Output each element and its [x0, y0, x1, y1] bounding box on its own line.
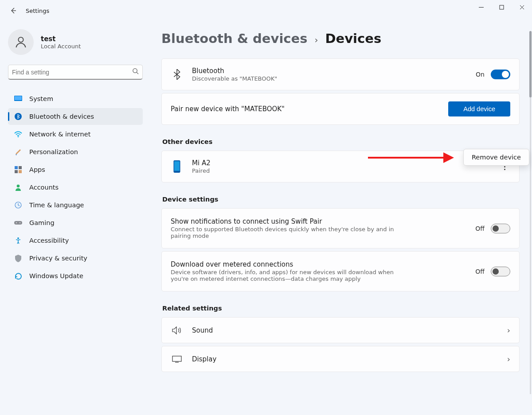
svg-rect-13 — [14, 221, 22, 225]
svg-point-14 — [16, 222, 17, 223]
display-icon — [171, 356, 183, 363]
nav-time-language[interactable]: Time & language — [8, 197, 143, 213]
card-subtitle: Discoverable as "MATEBOOK" — [192, 75, 431, 82]
minimize-icon — [479, 5, 484, 10]
related-sound[interactable]: Sound › — [161, 317, 520, 343]
gamepad-icon — [14, 219, 22, 227]
nav-system[interactable]: System — [8, 90, 143, 107]
shield-icon — [14, 254, 22, 262]
nav-label: Bluetooth & devices — [29, 113, 94, 120]
nav-gaming[interactable]: Gaming — [8, 214, 143, 231]
clock-globe-icon — [14, 201, 22, 209]
nav-label: Time & language — [29, 202, 84, 209]
popup-label: Remove device — [472, 154, 521, 161]
search-input-container[interactable] — [8, 65, 143, 80]
nav-apps[interactable]: Apps — [8, 161, 143, 178]
breadcrumb-current: Devices — [325, 31, 381, 46]
nav-label: Network & internet — [29, 131, 90, 138]
bluetooth-toggle-card: Bluetooth Discoverable as "MATEBOOK" On — [161, 58, 520, 90]
svg-rect-7 — [15, 166, 18, 169]
metered-download-card: Download over metered connections Device… — [161, 251, 520, 291]
toggle-state-label: On — [476, 71, 485, 78]
svg-point-6 — [18, 136, 19, 137]
user-account-type: Local Account — [41, 43, 81, 50]
user-profile[interactable]: test Local Account — [8, 29, 143, 55]
chevron-right-icon: › — [314, 35, 318, 45]
bluetooth-toggle[interactable] — [491, 70, 510, 79]
wifi-icon — [14, 130, 22, 138]
nav-label: Accounts — [29, 184, 59, 191]
maximize-icon — [499, 5, 504, 10]
section-device-settings: Device settings — [162, 196, 520, 203]
maximize-button[interactable] — [491, 0, 512, 14]
accessibility-icon — [14, 237, 22, 244]
toggle-state-label: Off — [475, 225, 485, 232]
annotation-arrow — [368, 153, 457, 162]
search-icon — [132, 68, 139, 76]
related-label: Sound — [192, 326, 507, 334]
avatar — [8, 29, 34, 55]
nav-accessibility[interactable]: Accessibility — [8, 232, 143, 249]
nav-label: Apps — [29, 166, 45, 173]
apps-icon — [14, 166, 22, 174]
nav-label: Accessibility — [29, 237, 69, 244]
swift-pair-card: Show notifications to connect using Swif… — [161, 208, 520, 248]
nav-network[interactable]: Network & internet — [8, 126, 143, 143]
bluetooth-icon — [171, 69, 183, 80]
chevron-right-icon: › — [507, 354, 510, 364]
phone-icon — [171, 160, 183, 173]
nav-accounts[interactable]: Accounts — [8, 179, 143, 196]
chevron-right-icon: › — [507, 326, 510, 335]
related-label: Display — [192, 355, 507, 363]
svg-point-11 — [17, 185, 20, 188]
user-name: test — [41, 35, 81, 43]
svg-point-2 — [133, 69, 137, 73]
toggle-state-label: Off — [475, 268, 485, 275]
nav-bluetooth-devices[interactable]: Bluetooth & devices — [8, 108, 143, 125]
svg-point-15 — [20, 222, 20, 223]
arrow-left-icon — [10, 7, 17, 14]
nav-personalization[interactable]: Personalization — [8, 144, 143, 160]
pair-text: Pair new device with "MATEBOOK" — [171, 105, 448, 113]
card-title: Bluetooth — [192, 67, 476, 75]
svg-point-16 — [17, 237, 19, 239]
swift-pair-toggle[interactable] — [491, 224, 510, 233]
sound-icon — [171, 326, 183, 334]
nav-label: System — [29, 95, 53, 102]
pair-device-card: Pair new device with "MATEBOOK" Add devi… — [161, 93, 520, 125]
back-button[interactable] — [4, 2, 22, 19]
close-icon — [520, 5, 524, 10]
nav-label: Privacy & security — [29, 255, 87, 262]
update-icon — [14, 272, 22, 280]
svg-rect-4 — [15, 96, 22, 100]
remove-device-popup[interactable]: Remove device — [463, 149, 529, 166]
card-subtitle: Connect to supported Bluetooth devices q… — [171, 226, 410, 239]
monitor-icon — [14, 95, 22, 103]
section-related-settings: Related settings — [162, 305, 520, 312]
svg-rect-0 — [500, 5, 504, 9]
metered-toggle[interactable] — [491, 267, 510, 276]
svg-rect-18 — [174, 161, 180, 171]
svg-rect-19 — [172, 356, 181, 361]
svg-rect-8 — [19, 166, 22, 169]
card-title: Show notifications to connect using Swif… — [171, 217, 475, 225]
scrollbar-thumb[interactable] — [529, 31, 532, 97]
nav-windows-update[interactable]: Windows Update — [8, 268, 143, 284]
bluetooth-icon — [14, 112, 22, 120]
search-input[interactable] — [12, 69, 132, 76]
close-button[interactable] — [512, 0, 532, 14]
nav-label: Personalization — [29, 148, 78, 155]
nav-label: Windows Update — [29, 272, 83, 279]
card-title: Download over metered connections — [171, 260, 475, 268]
breadcrumb: Bluetooth & devices › Devices — [161, 31, 520, 46]
svg-point-1 — [18, 37, 23, 42]
minimize-button[interactable] — [471, 0, 491, 14]
nav-privacy[interactable]: Privacy & security — [8, 250, 143, 267]
breadcrumb-parent[interactable]: Bluetooth & devices — [161, 31, 307, 46]
related-display[interactable]: Display › — [161, 346, 520, 372]
device-status: Paired — [192, 167, 431, 174]
card-subtitle: Device software (drivers, info, and apps… — [171, 269, 410, 282]
person-icon — [14, 35, 28, 49]
paintbrush-icon — [14, 148, 22, 156]
add-device-button[interactable]: Add device — [448, 101, 510, 116]
